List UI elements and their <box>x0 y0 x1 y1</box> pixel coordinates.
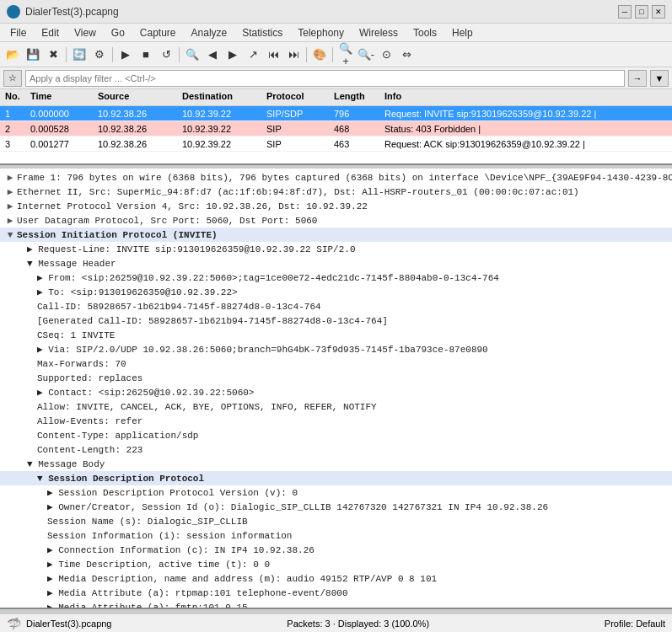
detail-line-callid[interactable]: Call-ID: 58928657-1b621b94-7145f-88274d8… <box>0 299 672 313</box>
start-capture-button[interactable]: ▶ <box>116 46 135 64</box>
menu-help[interactable]: Help <box>445 25 480 40</box>
detail-line-to[interactable]: ▶ To: <sip:913019626359@10.92.39.22> <box>0 285 672 299</box>
toggle-spacer-10 <box>5 373 15 383</box>
filter-arrow-button[interactable]: → <box>628 70 647 87</box>
goto-button[interactable]: ↗ <box>244 46 262 64</box>
filter-bookmark-button[interactable]: ☆ <box>3 70 22 87</box>
pkt2-dest: 10.92.39.22 <box>180 124 265 134</box>
contenttype-text: Content-Type: application/sdp <box>37 431 198 441</box>
col-protocol: Protocol <box>265 91 332 104</box>
toolbar-sep-5 <box>332 47 333 62</box>
detail-line-msgbody[interactable]: ▼ Message Body <box>0 457 672 471</box>
detail-line-request[interactable]: ▶ Request-Line: INVITE sip:913019626359@… <box>0 242 672 256</box>
nav-back-button[interactable]: ◀ <box>203 46 222 64</box>
open-button[interactable]: 📂 <box>3 46 22 64</box>
zoom-out-button[interactable]: 🔍- <box>357 46 375 64</box>
detail-line-frame[interactable]: ▶ Frame 1: 796 bytes on wire (6368 bits)… <box>0 170 672 185</box>
menu-statistics[interactable]: Statistics <box>235 25 289 40</box>
menu-telephony[interactable]: Telephony <box>291 25 351 40</box>
detail-line-sdpver[interactable]: ▶ Session Description Protocol Version (… <box>0 485 672 500</box>
timedesc-text: ▶ Time Description, active time (t): 0 0 <box>47 559 270 570</box>
close-file-button[interactable]: ✖ <box>44 46 62 64</box>
capture-options-button[interactable]: ⚙ <box>90 46 109 64</box>
detail-line-ip[interactable]: ▶ Internet Protocol Version 4, Src: 10.9… <box>0 199 672 213</box>
toolbar-sep-4 <box>306 47 307 62</box>
packet-list-header: No. Time Source Destination Protocol Len… <box>0 89 672 106</box>
filter-input[interactable] <box>25 70 625 87</box>
filter-dropdown-button[interactable]: ▼ <box>650 70 669 87</box>
detail-line-mediaattr2[interactable]: ▶ Media Attribute (a): fmtp:101 0-15 <box>0 600 672 609</box>
toolbar-sep-3 <box>179 47 180 62</box>
detail-line-ethernet[interactable]: ▶ Ethernet II, Src: SuperMic_94:8f:d7 (a… <box>0 185 672 199</box>
toggle-spacer-12 <box>5 402 15 412</box>
reload-button[interactable]: 🔄 <box>70 46 89 64</box>
minimize-button[interactable]: ─ <box>618 5 632 19</box>
packet-row-2[interactable]: 2 0.000528 10.92.38.26 10.92.39.22 SIP 4… <box>0 121 672 137</box>
close-button[interactable]: ✕ <box>652 5 665 19</box>
resize-columns-button[interactable]: ⇔ <box>397 46 416 64</box>
detail-line-sessinfo[interactable]: Session Information (i): session informa… <box>0 528 672 543</box>
colorize-button[interactable]: 🎨 <box>310 46 329 64</box>
detail-line-mediaattr1[interactable]: ▶ Media Attribute (a): rtpmap:101 teleph… <box>0 586 672 600</box>
detail-line-conninfo[interactable]: ▶ Connection Information (c): IN IP4 10.… <box>0 543 672 557</box>
menu-view[interactable]: View <box>67 25 103 40</box>
detail-line-mediadesc[interactable]: ▶ Media Description, name and address (m… <box>0 571 672 586</box>
detail-line-allow[interactable]: Allow: INVITE, CANCEL, ACK, BYE, OPTIONS… <box>0 399 672 414</box>
detail-line-timedesc[interactable]: ▶ Time Description, active time (t): 0 0 <box>0 557 672 571</box>
detail-line-sessname[interactable]: Session Name (s): Dialogic_SIP_CLLIB <box>0 514 672 528</box>
toolbar-sep-2 <box>112 47 113 62</box>
packet-row-3[interactable]: 3 0.001277 10.92.38.26 10.92.39.22 SIP 4… <box>0 137 672 152</box>
menu-analyze[interactable]: Analyze <box>185 25 234 40</box>
pkt3-time: 0.001277 <box>29 139 96 149</box>
restart-button[interactable]: ↺ <box>157 46 175 64</box>
detail-line-owner[interactable]: ▶ Owner/Creator, Session Id (o): Dialogi… <box>0 500 672 514</box>
app-icon <box>7 5 20 19</box>
detail-line-sdp[interactable]: ▼ Session Description Protocol <box>0 471 672 485</box>
menu-edit[interactable]: Edit <box>35 25 66 40</box>
restore-button[interactable]: □ <box>635 5 648 19</box>
mediaattr1-text: ▶ Media Attribute (a): rtpmap:101 teleph… <box>47 587 347 598</box>
toggle-spacer-21 <box>5 531 15 541</box>
menu-wireless[interactable]: Wireless <box>352 25 405 40</box>
toggle-frame: ▶ <box>5 172 15 183</box>
detail-line-from[interactable]: ▶ From: <sip:26259@10.92.39.22:5060>;tag… <box>0 270 672 285</box>
detail-line-supported[interactable]: Supported: replaces <box>0 371 672 385</box>
zoom-in-button[interactable]: 🔍+ <box>336 46 355 64</box>
detail-line-contenttype[interactable]: Content-Type: application/sdp <box>0 428 672 442</box>
msgheader-text: ▼ Message Header <box>27 259 116 269</box>
menu-go[interactable]: Go <box>105 25 132 40</box>
stop-capture-button[interactable]: ■ <box>137 46 155 64</box>
detail-line-maxfwd[interactable]: Max-Forwards: 70 <box>0 356 672 371</box>
toggle-spacer-7 <box>5 330 15 340</box>
save-button[interactable]: 💾 <box>24 46 42 64</box>
toggle-spacer-4 <box>5 287 15 297</box>
detail-line-sip[interactable]: ▼ Session Initiation Protocol (INVITE) <box>0 228 672 242</box>
nav-forward-button[interactable]: ▶ <box>223 46 242 64</box>
last-button[interactable]: ⏭ <box>284 46 303 64</box>
toggle-spacer-18 <box>5 488 15 498</box>
owner-text: ▶ Owner/Creator, Session Id (o): Dialogi… <box>47 501 548 512</box>
detail-line-allowevents[interactable]: Allow-Events: refer <box>0 414 672 428</box>
title-bar-title: DialerTest(3).pcapng <box>25 6 119 18</box>
detail-line-msgheader[interactable]: ▼ Message Header <box>0 256 672 270</box>
detail-line-gencallid[interactable]: [Generated Call-ID: 58928657-1b621b94-71… <box>0 313 672 328</box>
detail-pane: ▶ Frame 1: 796 bytes on wire (6368 bits)… <box>0 169 672 609</box>
detail-line-udp[interactable]: ▶ User Datagram Protocol, Src Port: 5060… <box>0 213 672 228</box>
toggle-sip: ▼ <box>5 230 15 240</box>
packet-row-1[interactable]: 1 0.000000 10.92.38.26 10.92.39.22 SIP/S… <box>0 106 672 121</box>
zoom-normal-button[interactable]: ⊙ <box>377 46 395 64</box>
toggle-spacer-8 <box>5 345 15 355</box>
toggle-spacer-25 <box>5 588 15 598</box>
col-time: Time <box>29 91 96 104</box>
menu-tools[interactable]: Tools <box>406 25 444 40</box>
ip-text: Internet Protocol Version 4, Src: 10.92.… <box>17 201 368 212</box>
menu-file[interactable]: File <box>3 25 33 40</box>
detail-line-contentlen[interactable]: Content-Length: 223 <box>0 442 672 457</box>
udp-text: User Datagram Protocol, Src Port: 5060, … <box>17 216 317 226</box>
detail-line-via[interactable]: ▶ Via: SIP/2.0/UDP 10.92.38.26:5060;bran… <box>0 342 672 356</box>
menu-capture[interactable]: Capture <box>133 25 183 40</box>
first-button[interactable]: ⏮ <box>264 46 282 64</box>
detail-line-contact[interactable]: ▶ Contact: <sip:26259@10.92.39.22:5060> <box>0 385 672 399</box>
detail-line-cseq[interactable]: CSeq: 1 INVITE <box>0 328 672 342</box>
filter-express-button[interactable]: 🔍 <box>183 46 202 64</box>
